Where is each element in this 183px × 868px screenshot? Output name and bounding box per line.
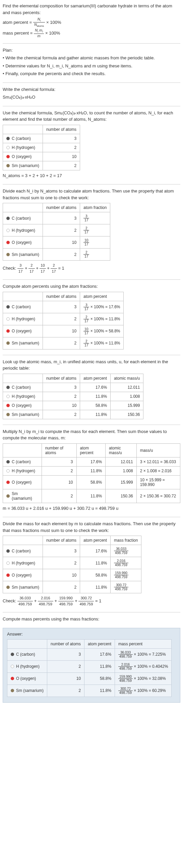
cell-value: 17.6% — [85, 648, 115, 660]
divider — [3, 517, 180, 517]
carbon-icon — [6, 305, 10, 309]
cell-value: 3 — [43, 301, 80, 313]
cell-value: 10 — [43, 401, 80, 410]
carbon-icon — [11, 653, 14, 656]
table-row: C (carbon)317.6%12.011 — [3, 383, 144, 392]
cell-value: 2 — [43, 143, 80, 152]
oxygen-icon — [6, 155, 10, 158]
chemical-formula: Sm₂(CO₃)₃·xH₂O — [3, 94, 180, 101]
carbon-icon — [6, 549, 10, 553]
table-row: Sm (samarium)211.8%300.72498.759 — [3, 581, 142, 593]
cell-value: 2 — [43, 337, 80, 349]
cell-value: 11.8% — [80, 392, 111, 401]
cell-mass-percent: 2.016498.759 × 100% = 0.4042% — [115, 660, 172, 673]
col-number-of-atoms: number of atoms — [41, 443, 77, 457]
divider — [3, 83, 180, 83]
n-atoms-total: N_atoms = 3 + 2 + 10 + 2 = 17 — [3, 173, 180, 179]
cell-mass-percent: 36.033498.759 × 100% = 7.225% — [115, 648, 172, 660]
element-label: C (carbon) — [12, 385, 31, 390]
element-label: C (carbon) — [12, 549, 31, 553]
divider — [3, 612, 180, 613]
cell-fraction: 159.990498.759 — [111, 569, 142, 581]
cell-value: 3 × 12.011 = 36.033 — [136, 457, 180, 466]
table-row: Sm (samarium)2 — [3, 161, 80, 170]
col-number-of-atoms: number of atoms — [43, 292, 80, 301]
hydrogen-icon — [6, 561, 10, 565]
col-atom-percent: atom percent — [80, 536, 111, 545]
atom-fractions-table: number of atomsatom fraction C (carbon)3… — [3, 203, 110, 260]
divider — [3, 184, 180, 184]
samarium-icon — [6, 341, 10, 345]
element-label: O (oxygen) — [12, 240, 31, 245]
oxygen-icon — [6, 574, 10, 577]
cell-value: 2 — [41, 489, 77, 503]
mass-each-section: Multiply N_i by m_i to compute the mass … — [3, 428, 180, 512]
hydrogen-icon — [6, 229, 10, 232]
cell-fraction: 36.033498.759 — [111, 545, 142, 557]
table-row: H (hydrogen)211.8%1.008 — [3, 392, 144, 401]
oxygen-icon — [6, 404, 10, 407]
mass-fractions-section: Divide the mass for each element by m to… — [3, 521, 180, 607]
col-mass-fraction: mass fraction — [111, 536, 142, 545]
element-label: Sm (samarium) — [16, 688, 43, 693]
cell-value: 2 — [43, 392, 80, 401]
atom-percents-text: Compute atom percents using the atom fra… — [3, 283, 180, 290]
cell-value: 3 — [41, 457, 77, 466]
atom-percent-formula: atom percent = Ni Natoms × 100% — [3, 17, 180, 28]
table-row: C (carbon)317.6%36.033498.759 × 100% = 7… — [7, 648, 172, 660]
answer-label: Answer: — [7, 631, 176, 637]
element-label: O (oxygen) — [12, 154, 31, 159]
cell-value: 3 — [43, 134, 80, 143]
cell-mass-percent: 159.990498.759 × 100% = 32.08% — [115, 673, 172, 685]
element-label: C (carbon) — [16, 652, 35, 657]
hydrogen-icon — [6, 395, 10, 398]
divider — [3, 355, 180, 355]
cell-value: 2 × 1.008 = 2.016 — [136, 466, 180, 475]
hydrogen-icon — [6, 317, 10, 321]
cell-value: 1.008 — [111, 392, 144, 401]
table-row: H (hydrogen)2217 × 100% = 11.8% — [3, 313, 124, 325]
cell-value: 10 — [43, 325, 80, 337]
col-number-of-atoms: number of atoms — [43, 536, 80, 545]
cell-percent: 317 × 100% = 17.6% — [80, 301, 124, 313]
atom-fractions-text: Divide each N_i by N_atoms to calculate … — [3, 188, 180, 201]
col-atom-percent: atom percent — [85, 639, 115, 648]
cell-value: 58.8% — [80, 569, 111, 581]
hydrogen-icon — [6, 146, 10, 149]
atom-fractions-section: Divide each N_i by N_atoms to calculate … — [3, 188, 180, 274]
col-mass-u: mass/u — [136, 443, 180, 457]
col-number-of-atoms: number of atoms — [43, 125, 80, 134]
mass-percents-section: Compute mass percents using the mass fra… — [3, 616, 180, 622]
cell-fraction: 1017 — [80, 237, 110, 249]
element-label: Sm (samarium) — [12, 341, 39, 345]
cell-value: 12.011 — [105, 457, 137, 466]
element-label: H (hydrogen) — [12, 317, 35, 321]
times-100: × 100% — [46, 20, 61, 25]
samarium-icon — [6, 494, 10, 498]
oxygen-icon — [6, 480, 10, 484]
hydrogen-icon — [6, 469, 10, 472]
cell-value: 15.999 — [111, 401, 144, 410]
element-label: O (oxygen) — [12, 480, 31, 485]
col-atom-percent: atom percent — [77, 443, 105, 457]
cell-value: 1.008 — [105, 466, 137, 475]
cell-value: 11.8% — [77, 466, 105, 475]
oxygen-icon — [6, 329, 10, 333]
element-label: H (hydrogen) — [12, 561, 35, 565]
cell-value: 10 — [43, 152, 80, 161]
plan-section: Plan: • Write the chemical formula and g… — [3, 47, 180, 77]
cell-value: 10 — [41, 475, 77, 489]
element-label: C (carbon) — [12, 305, 31, 309]
cell-value: 11.8% — [80, 581, 111, 593]
fraction: Ni mi m — [34, 28, 44, 37]
element-label: O (oxygen) — [12, 329, 31, 333]
table-row: Sm (samarium)2217 — [3, 249, 110, 260]
cell-value: 10 × 15.999 = 159.990 — [136, 475, 180, 489]
element-label: O (oxygen) — [12, 403, 31, 408]
cell-value: 150.36 — [105, 489, 137, 503]
element-label: Sm (samarium) — [12, 252, 39, 257]
carbon-icon — [6, 386, 10, 389]
table-row: H (hydrogen)211.8%1.0082 × 1.008 = 2.016 — [3, 466, 180, 475]
cell-value: 2 — [43, 557, 80, 569]
mass-fractions-text: Divide the mass for each element by m to… — [3, 521, 180, 534]
